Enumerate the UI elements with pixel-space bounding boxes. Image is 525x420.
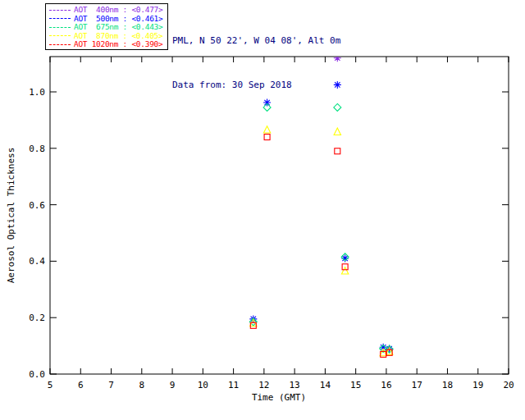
- series-aot-1020nm: [250, 135, 392, 358]
- x-tick-label: 16: [381, 380, 391, 390]
- aot-scatter-plot: 5678910111213141516171819200.00.20.40.60…: [0, 0, 525, 420]
- x-tick-label: 14: [320, 380, 331, 390]
- y-tick-label: 0.4: [29, 256, 45, 267]
- x-tick-label: 8: [139, 380, 144, 390]
- x-tick-label: 15: [350, 380, 361, 390]
- x-tick-label: 11: [228, 380, 239, 390]
- x-tick-label: 10: [198, 380, 208, 390]
- x-tick-label: 20: [503, 380, 514, 390]
- x-tick-label: 6: [78, 380, 84, 390]
- series-aot-675nm: [249, 103, 393, 353]
- x-tick-label: 18: [442, 380, 453, 390]
- y-tick-label: 0.8: [29, 144, 45, 154]
- x-tick-label: 13: [290, 380, 300, 390]
- y-tick-label: 0.0: [29, 369, 45, 380]
- x-tick-label: 7: [108, 380, 114, 390]
- x-tick-label: 9: [170, 380, 176, 390]
- series-aot-870nm: [250, 126, 393, 356]
- x-tick-label: 17: [412, 380, 422, 390]
- aot-plot-page: AOT 400nm : <0.477> AOT 500nm : <0.461> …: [0, 0, 525, 420]
- x-tick-label: 12: [258, 380, 269, 390]
- x-tick-label: 19: [472, 380, 483, 390]
- y-tick-label: 1.0: [29, 87, 45, 98]
- series-aot-400nm: [334, 54, 341, 62]
- plot-frame: [50, 57, 509, 374]
- x-tick-label: 5: [48, 380, 53, 390]
- y-tick-label: 0.2: [29, 313, 45, 323]
- series-aot-500nm: [249, 81, 393, 353]
- y-tick-label: 0.6: [29, 200, 45, 211]
